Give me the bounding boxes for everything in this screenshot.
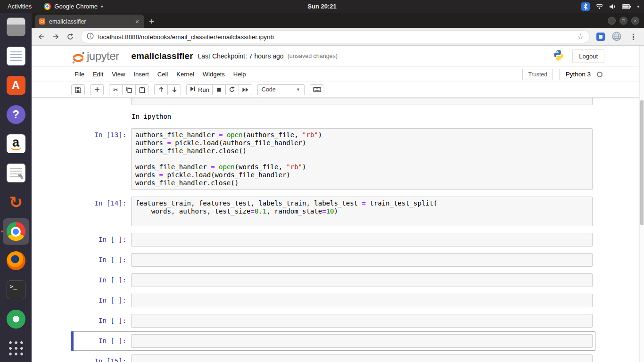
kernel-name: Python 3 xyxy=(566,71,591,78)
menu-file[interactable]: File xyxy=(70,68,89,81)
notebook-cell[interactable]: In [15]: xyxy=(71,352,595,362)
desktop: Activities Google Chrome ▾ Sun 20:21 ▾ xyxy=(0,0,644,362)
dock-item-updater[interactable] xyxy=(3,189,29,215)
back-button[interactable] xyxy=(37,33,45,41)
cell-input[interactable]: features_train, features_test, labels_tr… xyxy=(131,197,593,226)
cell-type-select[interactable]: Code ▼ xyxy=(257,84,305,95)
cell-input[interactable] xyxy=(131,253,593,267)
profile-avatar[interactable] xyxy=(611,31,622,43)
command-palette-button[interactable] xyxy=(310,84,324,95)
notebook-cell[interactable]: In [ ]: xyxy=(71,311,595,330)
wifi-icon[interactable] xyxy=(595,3,603,9)
cell-input[interactable] xyxy=(131,314,593,328)
move-cell-up-button[interactable] xyxy=(154,84,168,95)
notebook-cell[interactable]: In [ ]: xyxy=(71,271,595,290)
firefox-icon xyxy=(7,251,25,270)
new-tab-button[interactable]: + xyxy=(144,16,159,27)
bookmark-star-icon[interactable]: ☆ xyxy=(578,33,584,41)
notebook-area[interactable]: In ipythonIn [13]:authors_file_handler =… xyxy=(32,98,644,362)
cell-input[interactable] xyxy=(131,273,593,287)
page-info-icon[interactable] xyxy=(87,33,94,41)
dock-item-documents[interactable] xyxy=(3,43,29,69)
restart-kernel-button[interactable] xyxy=(225,84,239,95)
browser-menu-icon[interactable]: ⋮ xyxy=(628,32,638,42)
menu-widgets[interactable]: Widgets xyxy=(198,68,229,81)
cell-input[interactable] xyxy=(131,354,593,362)
system-menu-chevron-icon[interactable]: ▾ xyxy=(637,4,639,9)
dock-item-help[interactable] xyxy=(3,101,29,128)
app-menu-button[interactable]: Google Chrome ▾ xyxy=(44,3,103,10)
battery-icon[interactable] xyxy=(622,4,631,9)
cell-input[interactable] xyxy=(131,233,593,247)
run-button-label: Run xyxy=(198,86,209,93)
step-forward-icon xyxy=(190,86,196,93)
tab-close-icon[interactable]: × xyxy=(134,18,140,25)
cell-input[interactable] xyxy=(131,294,593,307)
trusted-badge[interactable]: Trusted xyxy=(522,69,553,80)
dock-item-terminal[interactable] xyxy=(3,277,29,303)
maximize-icon[interactable]: □ xyxy=(619,16,627,25)
menu-edit[interactable]: Edit xyxy=(89,68,107,81)
notebook-title[interactable]: emailclassifier xyxy=(132,51,193,61)
notebook-cell[interactable]: In [ ]: xyxy=(71,230,595,249)
extension-icon[interactable] xyxy=(596,33,605,41)
activities-button[interactable]: Activities xyxy=(6,3,33,10)
minimize-icon[interactable]: – xyxy=(608,16,616,25)
dock-item-firefox[interactable] xyxy=(3,247,29,274)
rhythmbox-icon xyxy=(7,310,25,329)
dock-item-amazon[interactable] xyxy=(3,131,29,157)
cell-input[interactable] xyxy=(131,98,593,105)
menu-cell[interactable]: Cell xyxy=(153,68,172,81)
notebook-cell[interactable]: In [ ]: xyxy=(71,250,595,270)
cut-cell-button[interactable]: ✂ xyxy=(109,84,123,95)
page-scrollbar[interactable] xyxy=(639,46,644,362)
interrupt-kernel-button[interactable] xyxy=(212,84,226,95)
url-text[interactable]: localhost:8888/notebooks/email_classifie… xyxy=(98,33,573,41)
cell-input[interactable] xyxy=(131,334,593,348)
save-button[interactable] xyxy=(71,84,85,95)
move-cell-down-button[interactable] xyxy=(167,84,181,95)
notebook-cell[interactable]: In [14]:features_train, features_test, l… xyxy=(71,194,595,229)
paste-cell-button[interactable] xyxy=(135,84,149,95)
documents-icon xyxy=(7,47,25,66)
browser-window: emailclassifier × + – □ × xyxy=(32,13,644,362)
browser-tab[interactable]: emailclassifier × xyxy=(35,15,144,28)
dock-item-files[interactable] xyxy=(3,14,29,40)
cell-prompt: In [14]: xyxy=(74,197,131,226)
dock-item-chrome[interactable] xyxy=(3,218,29,245)
menu-insert[interactable]: Insert xyxy=(129,68,153,81)
run-cell-button[interactable]: Run xyxy=(186,84,213,95)
cell-output-text: In ipython xyxy=(131,109,593,123)
bluetooth-icon[interactable] xyxy=(581,2,590,11)
notebook-cell[interactable] xyxy=(71,98,595,108)
close-icon[interactable]: × xyxy=(631,16,639,25)
restart-run-all-button[interactable] xyxy=(239,84,252,95)
cell-prompt: In [ ]: xyxy=(74,233,131,247)
dock-item-text-editor[interactable] xyxy=(3,160,29,186)
menu-help[interactable]: Help xyxy=(229,68,250,81)
cell-output-row[interactable]: In ipython xyxy=(71,108,595,124)
clock[interactable]: Sun 20:21 xyxy=(307,3,336,10)
dock-item-rhythmbox[interactable] xyxy=(3,306,29,332)
add-cell-button[interactable] xyxy=(90,84,104,95)
jupyter-page: jupyter emailclassifier Last Checkpoint:… xyxy=(32,46,644,362)
jupyter-logo[interactable]: jupyter xyxy=(71,49,119,64)
dock-item-software[interactable] xyxy=(3,72,29,99)
reload-button[interactable] xyxy=(66,33,74,41)
logout-button[interactable]: Logout xyxy=(572,49,604,63)
cell-prompt xyxy=(74,98,131,105)
cell-input[interactable]: authors_file_handler = open(authors_file… xyxy=(131,128,593,190)
notebook-cell[interactable]: In [ ]: xyxy=(71,331,595,351)
scrollbar-thumb[interactable] xyxy=(640,100,644,225)
dock-item-app-grid[interactable] xyxy=(3,335,29,362)
checkpoint-status: Last Checkpoint: 7 hours ago xyxy=(198,52,284,60)
menu-view[interactable]: View xyxy=(107,68,129,81)
menu-kernel[interactable]: Kernel xyxy=(172,68,198,81)
forward-button[interactable] xyxy=(52,33,60,41)
address-bar[interactable]: localhost:8888/notebooks/email_classifie… xyxy=(81,30,590,43)
notebook-cell[interactable]: In [ ]: xyxy=(71,291,595,310)
jupyter-logo-text: jupyter xyxy=(87,49,119,63)
volume-icon[interactable] xyxy=(609,3,616,10)
copy-cell-button[interactable] xyxy=(122,84,136,95)
notebook-cell[interactable]: In [13]:authors_file_handler = open(auth… xyxy=(71,125,595,193)
